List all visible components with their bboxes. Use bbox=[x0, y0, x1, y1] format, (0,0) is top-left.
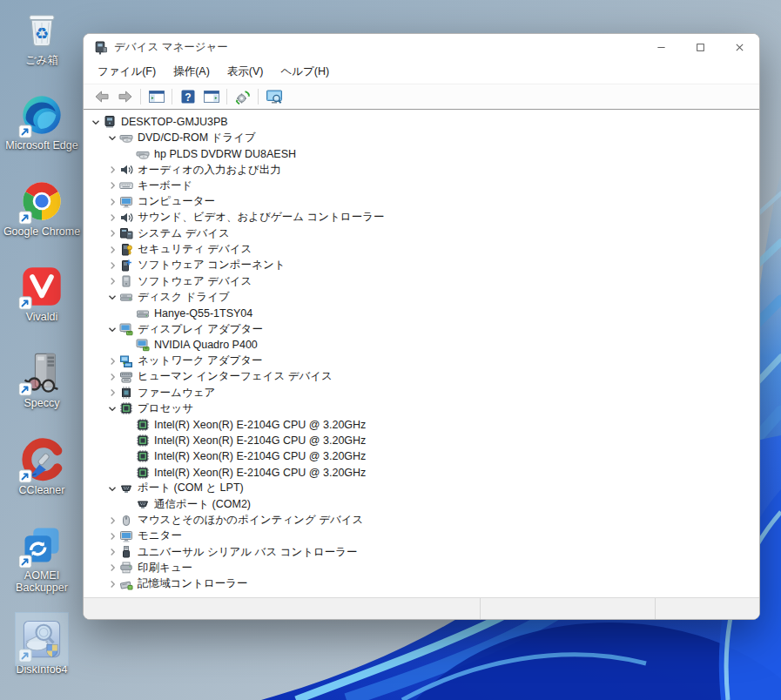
tree-item[interactable]: モニター bbox=[84, 528, 759, 544]
tree-item[interactable]: Intel(R) Xeon(R) E-2104G CPU @ 3.20GHz bbox=[84, 433, 759, 448]
forward-button[interactable] bbox=[113, 86, 137, 107]
tree-item[interactable]: DESKTOP-GMJU3PB bbox=[84, 114, 759, 130]
monitor-icon bbox=[119, 529, 133, 543]
tree-expander[interactable] bbox=[104, 322, 119, 336]
statusbar bbox=[84, 597, 759, 619]
tree-expander[interactable] bbox=[104, 178, 119, 192]
desktop-icon-ccleaner[interactable]: CCleaner bbox=[1, 437, 83, 496]
tree-item[interactable]: ヒューマン インターフェイス デバイス bbox=[84, 369, 759, 385]
tree-item[interactable]: ファームウェア bbox=[84, 385, 759, 400]
menu-item-action-menu[interactable]: 操作(A) bbox=[165, 62, 219, 82]
menu-item-file-menu[interactable]: ファイル(F) bbox=[89, 62, 165, 82]
tree-item[interactable]: Intel(R) Xeon(R) E-2104G CPU @ 3.20GHz bbox=[84, 417, 759, 433]
tree-item-label: キーボード bbox=[138, 178, 192, 193]
tree-item[interactable]: マウスとそのほかのポインティング デバイス bbox=[84, 512, 759, 528]
tree-expander[interactable] bbox=[104, 545, 119, 559]
desktop-icon-aomei-backupper[interactable]: AOMEI Backupper bbox=[1, 522, 83, 594]
tree-item-label: ソフトウェア デバイス bbox=[138, 274, 252, 289]
close-button[interactable] bbox=[720, 34, 759, 60]
speccy-icon bbox=[19, 350, 64, 395]
tree-expander[interactable] bbox=[104, 529, 119, 543]
tree-item[interactable]: DVD/CD-ROM ドライブ bbox=[84, 130, 759, 145]
tree-expander bbox=[121, 449, 136, 463]
desktop-icon-speccy[interactable]: Speccy bbox=[1, 350, 83, 409]
tree-expander[interactable] bbox=[104, 131, 119, 145]
display-adapter-icon bbox=[136, 338, 150, 352]
tree-item[interactable]: システム デバイス bbox=[84, 225, 759, 241]
tree-item[interactable]: オーディオの入力および出力 bbox=[84, 162, 759, 178]
tree-expander[interactable] bbox=[104, 561, 119, 575]
tree-item[interactable]: Intel(R) Xeon(R) E-2104G CPU @ 3.20GHz bbox=[84, 465, 759, 481]
titlebar[interactable]: デバイス マネージャー bbox=[84, 34, 759, 60]
tree-item[interactable]: ポート (COM と LPT) bbox=[84, 481, 759, 496]
tree-item[interactable]: 記憶域コントローラー bbox=[84, 576, 759, 592]
tree-item[interactable]: NVIDIA Quadro P400 bbox=[84, 337, 759, 353]
tree-item[interactable]: ネットワーク アダプター bbox=[84, 353, 759, 368]
toolbar-separator bbox=[140, 89, 141, 104]
tree-expander[interactable] bbox=[104, 226, 119, 240]
desktop-icon-recycle-bin[interactable]: ♻ ごみ箱 bbox=[1, 7, 83, 66]
software-device-icon bbox=[119, 274, 133, 288]
tree-expander bbox=[121, 466, 136, 480]
maximize-button[interactable] bbox=[681, 34, 720, 60]
tree-expander[interactable] bbox=[88, 115, 103, 129]
tree-expander[interactable] bbox=[104, 577, 119, 591]
tree-item[interactable]: コンピューター bbox=[84, 193, 759, 209]
tree-item-label: hp PLDS DVDRW DU8AESH bbox=[154, 148, 296, 160]
tree-expander[interactable] bbox=[104, 274, 119, 288]
tree-expander[interactable] bbox=[104, 243, 119, 257]
minimize-button[interactable] bbox=[642, 34, 681, 60]
search-devices-button[interactable] bbox=[262, 86, 286, 107]
tree-expander[interactable] bbox=[104, 211, 119, 225]
tree-item[interactable]: ディスプレイ アダプター bbox=[84, 321, 759, 337]
tree-expander[interactable] bbox=[104, 163, 119, 177]
tree-expander[interactable] bbox=[104, 401, 119, 415]
tree-item-label: ソフトウェア コンポーネント bbox=[138, 258, 286, 273]
desktop-icon-vivaldi[interactable]: Vivaldi bbox=[1, 264, 83, 323]
tree-item-label: ヒューマン インターフェイス デバイス bbox=[138, 369, 333, 384]
tree-item[interactable]: プロセッサ bbox=[84, 400, 759, 416]
tree-item[interactable]: Hanye-Q55-1TSY04 bbox=[84, 306, 759, 321]
tree-expander[interactable] bbox=[104, 290, 119, 304]
scan-hardware-changes-button[interactable] bbox=[231, 86, 254, 107]
tree-item-label: ポート (COM と LPT) bbox=[138, 481, 244, 495]
tree-item[interactable]: サウンド、ビデオ、およびゲーム コントローラー bbox=[84, 210, 759, 225]
edge-icon bbox=[19, 92, 64, 138]
tree-item[interactable]: セキュリティ デバイス bbox=[84, 241, 759, 257]
device-tree[interactable]: DESKTOP-GMJU3PB DVD/CD-ROM ドライブ hp PLDS … bbox=[84, 110, 759, 597]
security-device-icon bbox=[119, 243, 133, 257]
tree-item[interactable]: ソフトウェア コンポーネント bbox=[84, 258, 759, 273]
tree-item-label: Intel(R) Xeon(R) E-2104G CPU @ 3.20GHz bbox=[154, 467, 366, 479]
help-button[interactable]: ? bbox=[176, 86, 199, 107]
menu-item-help-menu[interactable]: ヘルプ(H) bbox=[272, 62, 338, 82]
tree-expander[interactable] bbox=[104, 195, 119, 209]
menu-item-view-menu[interactable]: 表示(V) bbox=[219, 62, 273, 82]
desktop-icon-diskinfo64[interactable]: DiskInfo64 bbox=[1, 616, 83, 676]
tree-item[interactable]: 印刷キュー bbox=[84, 560, 759, 575]
tree-item[interactable]: ユニバーサル シリアル バス コントローラー bbox=[84, 544, 759, 560]
tree-item-label: 印刷キュー bbox=[138, 561, 192, 575]
tree-item[interactable]: Intel(R) Xeon(R) E-2104G CPU @ 3.20GHz bbox=[84, 448, 759, 464]
tree-expander[interactable] bbox=[104, 370, 119, 384]
back-button[interactable] bbox=[90, 86, 113, 107]
tree-item[interactable]: ソフトウェア デバイス bbox=[84, 273, 759, 289]
tree-item[interactable]: 通信ポート (COM2) bbox=[84, 496, 759, 512]
tree-expander[interactable] bbox=[104, 514, 119, 528]
tree-expander[interactable] bbox=[104, 386, 119, 400]
show-console-tree-button[interactable] bbox=[145, 86, 168, 107]
system-devices-icon bbox=[119, 226, 133, 240]
show-action-pane-button[interactable] bbox=[199, 86, 223, 107]
software-component-icon bbox=[119, 259, 133, 273]
tree-item[interactable]: ディスク ドライブ bbox=[84, 289, 759, 305]
desktop-icon-google-chrome[interactable]: Google Chrome bbox=[1, 178, 83, 238]
tree-expander[interactable] bbox=[104, 354, 119, 368]
tree-expander[interactable] bbox=[104, 481, 119, 495]
tree-expander[interactable] bbox=[104, 259, 119, 273]
status-segment bbox=[84, 598, 481, 619]
desktop-icon-microsoft-edge[interactable]: Microsoft Edge bbox=[1, 92, 83, 151]
tree-item[interactable]: hp PLDS DVDRW DU8AESH bbox=[84, 146, 759, 162]
tree-item[interactable]: キーボード bbox=[84, 178, 759, 193]
tree-item-label: 記憶域コントローラー bbox=[138, 576, 247, 591]
firmware-icon bbox=[119, 386, 133, 400]
tree-item-label: Intel(R) Xeon(R) E-2104G CPU @ 3.20GHz bbox=[154, 419, 366, 431]
